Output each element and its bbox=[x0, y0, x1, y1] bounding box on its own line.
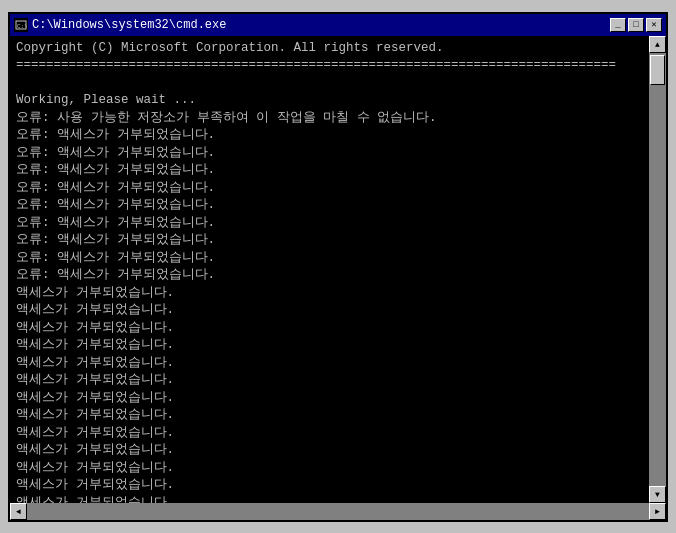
scroll-thumb[interactable] bbox=[650, 55, 665, 85]
title-buttons: _ □ ✕ bbox=[610, 18, 662, 32]
title-bar: C:\ C:\Windows\system32\cmd.exe _ □ ✕ bbox=[10, 14, 666, 36]
vertical-scrollbar: ▲ ▼ bbox=[649, 36, 666, 503]
scroll-track bbox=[649, 53, 666, 486]
maximize-button[interactable]: □ bbox=[628, 18, 644, 32]
scroll-left-button[interactable]: ◄ bbox=[10, 503, 27, 520]
cmd-icon: C:\ bbox=[14, 18, 28, 32]
cmd-svg-icon: C:\ bbox=[15, 19, 27, 31]
h-scroll-track bbox=[27, 503, 649, 520]
svg-text:C:\: C:\ bbox=[17, 23, 27, 30]
close-button[interactable]: ✕ bbox=[646, 18, 662, 32]
cmd-window: C:\ C:\Windows\system32\cmd.exe _ □ ✕ Co… bbox=[8, 12, 668, 522]
content-area: Copyright (C) Microsoft Corporation. All… bbox=[10, 36, 666, 503]
window-title: C:\Windows\system32\cmd.exe bbox=[32, 18, 226, 32]
scroll-down-button[interactable]: ▼ bbox=[649, 486, 666, 503]
terminal-output[interactable]: Copyright (C) Microsoft Corporation. All… bbox=[10, 36, 649, 503]
scroll-up-button[interactable]: ▲ bbox=[649, 36, 666, 53]
horizontal-scrollbar: ◄ ► bbox=[10, 503, 666, 520]
minimize-button[interactable]: _ bbox=[610, 18, 626, 32]
scroll-right-button[interactable]: ► bbox=[649, 503, 666, 520]
title-bar-left: C:\ C:\Windows\system32\cmd.exe bbox=[14, 18, 226, 32]
